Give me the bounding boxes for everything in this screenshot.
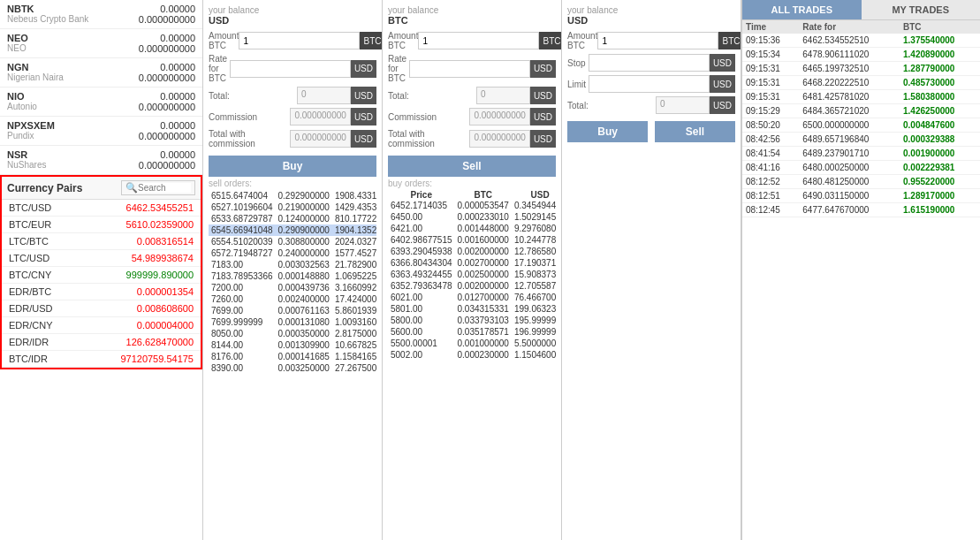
buy-order-row[interactable]: 5002.00 0.000230000 1.1504600 <box>388 349 556 361</box>
tab-all-trades[interactable]: ALL TRADES <box>742 0 862 19</box>
currency-pair-item[interactable]: LTC/USD 54.989938674 <box>2 250 201 267</box>
coin-name: Autonio <box>7 102 37 111</box>
search-input[interactable] <box>138 183 191 193</box>
coin-symbol: NBTK <box>7 4 88 14</box>
buy-order-col3: 17.1903717 <box>512 257 556 269</box>
currency-pair-item[interactable]: EDR/CNY 0.000004000 <box>2 317 201 334</box>
stop-limit-panel: your balance USD Amount BTC BTC Stop USD… <box>562 0 741 540</box>
sell-order-row[interactable]: 8176.00 0.000141685 1.15841658 <box>209 351 376 362</box>
buy-order-row[interactable]: 6402.98677515 0.001600000 10.2447788 <box>388 234 556 246</box>
currency-pair-item[interactable]: BTC/IDR 97120759.54175 <box>2 351 201 368</box>
buy-order-row[interactable]: 6366.80434304 0.002700000 17.1903717 <box>388 257 556 269</box>
sell-order-row[interactable]: 7183.78953366 0.000148880 1.06952258 <box>209 270 376 282</box>
search-box[interactable]: 🔍 <box>121 180 195 195</box>
stop-amount-input[interactable] <box>597 32 718 49</box>
buy-order-row[interactable]: 5600.00 0.035178571 196.9999976 <box>388 326 556 338</box>
sell-order-row[interactable]: 7260.00 0.002400000 17.42400000 <box>209 293 376 305</box>
coin-val2: 0.000000000 <box>139 72 195 83</box>
sell-order-row[interactable]: 6527.10196604 0.219000000 1429.43533056 <box>209 202 376 213</box>
buy-order-row[interactable]: 5801.00 0.034315331 199.0632351 <box>388 303 556 315</box>
buy-order-row[interactable]: 6421.00 0.001448000 9.2976080 <box>388 223 556 234</box>
sell-order-row[interactable]: 7200.00 0.000439736 3.16609920 <box>209 282 376 293</box>
sell-order-row[interactable]: 7183.00 0.003032563 21.78290002 <box>209 259 376 270</box>
trade-btc: 0.955220000 <box>900 175 980 189</box>
buy-order-row[interactable]: 6352.79363478 0.002000000 12.7055872 <box>388 280 556 292</box>
buy-rate-input[interactable] <box>230 60 351 78</box>
tab-my-trades[interactable]: MY TRADES <box>862 0 981 19</box>
buy-order-col2: 0.002700000 <box>455 257 512 269</box>
stop-balance-currency: USD <box>567 15 735 26</box>
sell-order-row[interactable]: 8050.00 0.000350000 2.81750000 <box>209 328 376 339</box>
buy-order-price: 5800.00 <box>388 315 455 326</box>
sell-rate-input[interactable] <box>409 60 530 78</box>
buy-order-row[interactable]: 5800.00 0.033793103 195.9999974 <box>388 315 556 326</box>
buy-commission-value: 0.000000000 <box>290 108 350 125</box>
buy-commission-label: Commission <box>209 112 290 122</box>
sell-rate-currency: USD <box>530 60 556 78</box>
currency-pair-item[interactable]: BTC/USD 6462.53455251 <box>2 200 201 217</box>
buy-order-row[interactable]: 6363.49324455 0.002500000 15.9083733 <box>388 269 556 280</box>
currency-pair-item[interactable]: LTC/BTC 0.008316514 <box>2 233 201 250</box>
sell-order-row[interactable]: 8390.00 0.003250000 27.26750000 <box>209 362 376 374</box>
sell-order-row[interactable]: 6533.68729787 0.124000000 810.17722493 <box>209 213 376 224</box>
sell-amount-input[interactable] <box>418 32 539 49</box>
sidebar-coin-item: NIO Autonio 0.00000 0.000000000 <box>0 87 202 117</box>
sell-order-row[interactable]: 6545.66941048 0.290900000 1904.13523150 <box>209 224 376 236</box>
stop-buy-button[interactable]: Buy <box>567 121 648 142</box>
buy-amount-currency: BTC <box>360 32 383 49</box>
sell-order-row[interactable]: 6554.51020039 0.308800000 2024.03274988 <box>209 236 376 247</box>
sell-order-row[interactable]: 6572.71948727 0.240000000 1577.45276694 <box>209 247 376 259</box>
buy-order-col2: 0.002000000 <box>455 246 512 257</box>
sell-order-row[interactable]: 7699.999999 0.000131080 1.00931600 <box>209 316 376 328</box>
buy-order-row[interactable]: 6393.29045938 0.002000000 12.7865809 <box>388 246 556 257</box>
sell-order-price: 6533.68729787 <box>209 213 276 224</box>
pair-name: LTC/BTC <box>9 236 49 247</box>
buy-order-col2: 0.001600000 <box>455 234 512 246</box>
buy-order-col3: 76.4667000 <box>512 292 556 303</box>
buy-order-row[interactable]: 6452.1714035 0.000053547 0.3454944 <box>388 200 556 211</box>
sell-button[interactable]: Sell <box>388 156 556 177</box>
sell-commission-label: Commission <box>388 112 469 122</box>
buy-amount-input[interactable] <box>239 32 360 49</box>
coin-symbol: NGN <box>7 62 64 72</box>
trade-btc: 1.615190000 <box>900 203 980 217</box>
coin-val2: 0.000000000 <box>139 102 195 112</box>
buy-order-price: 6363.49324455 <box>388 269 455 280</box>
sell-order-row[interactable]: 7699.00 0.000761163 5.86019393 <box>209 305 376 316</box>
stop-total-label: Total: <box>567 101 656 110</box>
limit-input[interactable] <box>589 75 710 93</box>
stop-sell-button[interactable]: Sell <box>655 121 735 142</box>
sell-order-row[interactable]: 6515.6474004 0.292900000 1908.43312357 <box>209 190 376 202</box>
sell-order-row[interactable]: 8144.00 0.001309900 10.66782560 <box>209 339 376 351</box>
buy-order-row[interactable]: 5500.00001 0.001000000 5.5000000 <box>388 338 556 349</box>
currency-pair-item[interactable]: BTC/CNY 999999.890000 <box>2 267 201 284</box>
currency-pair-item[interactable]: EDR/IDR 126.628470000 <box>2 334 201 351</box>
trade-rate: 6484.365721020 <box>799 104 900 118</box>
trade-rate: 6481.425781020 <box>799 90 900 104</box>
sell-order-col3: 2024.03274988 <box>332 236 376 247</box>
currency-pair-item[interactable]: EDR/BTC 0.000001354 <box>2 284 201 300</box>
buy-order-col3: 1.1504600 <box>512 349 556 361</box>
sell-order-col2: 0.003032563 <box>276 259 332 270</box>
trade-time: 09:15:31 <box>742 62 799 76</box>
buy-order-col2: 0.001448000 <box>455 223 512 234</box>
pair-value: 97120759.54175 <box>120 354 194 364</box>
buy-total-commission-currency: USD <box>351 130 376 148</box>
buy-order-row[interactable]: 6450.00 0.000233010 1.5029145 <box>388 211 556 223</box>
pair-value: 0.008316514 <box>137 236 194 247</box>
pair-name: BTC/USD <box>9 202 51 213</box>
buy-button[interactable]: Buy <box>209 156 376 177</box>
buy-order-price: 5600.00 <box>388 326 455 338</box>
buy-order-row[interactable]: 6021.00 0.012700000 76.4667000 <box>388 292 556 303</box>
currency-pairs-section: Currency Pairs 🔍 BTC/USD 6462.53455251 B… <box>0 175 202 369</box>
coin-val1: 0.00000 <box>139 33 195 43</box>
pair-value: 999999.890000 <box>126 270 194 280</box>
sell-order-col2: 0.240000000 <box>276 247 332 259</box>
sell-order-price: 6554.51020039 <box>209 236 276 247</box>
currency-pair-item[interactable]: BTC/EUR 5610.02359000 <box>2 217 201 233</box>
trading-panels: your balance USD Amount BTC BTC Rate for… <box>203 0 980 540</box>
currency-pair-item[interactable]: EDR/USD 0.008608600 <box>2 300 201 317</box>
stop-input[interactable] <box>589 54 710 72</box>
sell-order-price: 7699.999999 <box>209 316 276 328</box>
sidebar-coin-item: NEO NEO 0.00000 0.000000000 <box>0 29 202 58</box>
